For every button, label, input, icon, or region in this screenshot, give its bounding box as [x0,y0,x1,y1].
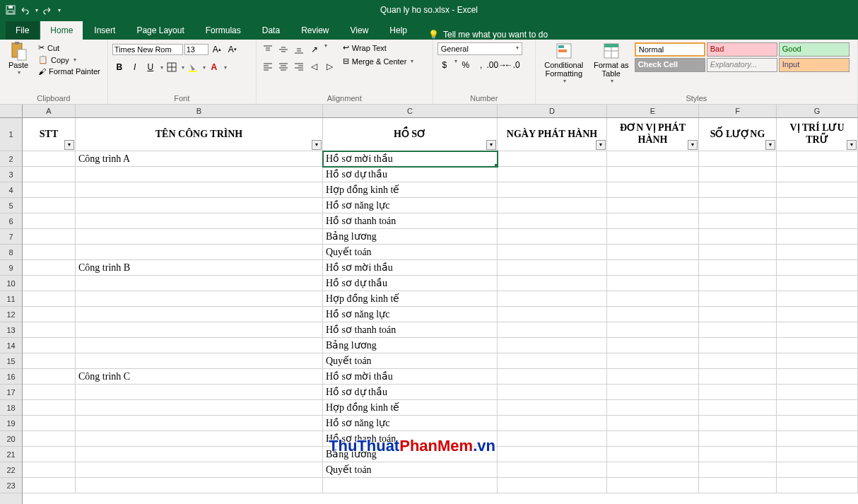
cell-G19[interactable] [777,416,858,431]
cell-G5[interactable] [777,198,858,213]
cell-A2[interactable] [23,151,76,167]
cell-F21[interactable] [699,447,777,462]
cell-D8[interactable] [498,245,607,260]
cell-G22[interactable] [777,462,858,478]
cell-E22[interactable] [607,462,699,478]
cell-C5[interactable]: Hồ sơ năng lực [323,198,498,213]
cell-A4[interactable] [23,182,76,198]
cell-C18[interactable]: Hợp đồng kinh tế [323,400,498,416]
cell-F23[interactable] [699,478,777,493]
tab-data[interactable]: Data [252,21,290,40]
row-header-8[interactable]: 8 [0,245,22,260]
cell-F17[interactable] [699,385,777,400]
row-header-20[interactable]: 20 [0,431,22,447]
column-header-F[interactable]: F [699,105,777,117]
cell-D14[interactable] [498,338,607,353]
decrease-indent-icon[interactable]: ◁ [307,59,322,74]
cell-D12[interactable] [498,307,607,322]
cell-B21[interactable] [76,447,323,462]
align-left-icon[interactable] [261,59,275,74]
underline-dropdown-icon[interactable]: ▾ [160,64,163,71]
increase-indent-icon[interactable]: ▷ [323,59,337,74]
style-normal[interactable]: Normal [635,42,705,57]
undo-dropdown-icon[interactable]: ▾ [35,7,38,13]
cell-E21[interactable] [607,447,699,462]
cell-F14[interactable] [699,338,777,353]
format-as-table-button[interactable]: Format as Table▾ [591,42,632,84]
row-header-12[interactable]: 12 [0,307,22,322]
cell-B12[interactable] [76,307,323,322]
row-header-21[interactable]: 21 [0,447,22,462]
cell-B22[interactable] [76,462,323,478]
cell-D17[interactable] [498,385,607,400]
row-header-15[interactable]: 15 [0,353,22,369]
row-header-1[interactable]: 1 [0,118,22,151]
cell-E6[interactable] [607,213,699,229]
font-name-combo[interactable] [112,44,183,55]
style-check-cell[interactable]: Check Cell [635,58,705,72]
cell-C10[interactable]: Hồ sơ dự thầu [323,276,498,291]
cell-F7[interactable] [699,229,777,245]
align-bottom-icon[interactable] [292,42,306,57]
cell-C19[interactable]: Hồ sơ năng lực [323,416,498,431]
cell-A6[interactable] [23,213,76,229]
cell-A18[interactable] [23,400,76,416]
cell-F20[interactable] [699,431,777,447]
cell-E8[interactable] [607,245,699,260]
cell-B16[interactable]: Công trình C [76,369,323,385]
row-header-19[interactable]: 19 [0,416,22,431]
italic-button[interactable]: I [128,60,142,74]
cell-A13[interactable] [23,322,76,338]
cell-C15[interactable]: Quyết toán [323,353,498,369]
cell-B19[interactable] [76,416,323,431]
cell-D5[interactable] [498,198,607,213]
undo-icon[interactable] [20,5,30,15]
number-format-combo[interactable]: General▾ [437,42,522,55]
orientation-dropdown-icon[interactable]: ▾ [324,42,327,57]
cell-A12[interactable] [23,307,76,322]
cell-D22[interactable] [498,462,607,478]
cell-F6[interactable] [699,213,777,229]
cell-D11[interactable] [498,291,607,307]
row-header-3[interactable]: 3 [0,167,22,182]
cell-B10[interactable] [76,276,323,291]
row-header-23[interactable]: 23 [0,478,22,493]
column-header-A[interactable]: A [23,105,76,117]
cell-A8[interactable] [23,245,76,260]
column-header-D[interactable]: D [498,105,607,117]
qat-customize-icon[interactable]: ▾ [58,7,61,13]
cell-F11[interactable] [699,291,777,307]
cell-F9[interactable] [699,260,777,276]
filter-button-A[interactable]: ▼ [64,140,74,150]
cell-A17[interactable] [23,385,76,400]
borders-button[interactable] [165,60,179,74]
cell-B1[interactable]: TÊN CÔNG TRÌNH▼ [76,118,323,151]
cell-E20[interactable] [607,431,699,447]
tell-me-search[interactable]: 💡 Tell me what you want to do [418,30,558,40]
cell-G17[interactable] [777,385,858,400]
cell-F16[interactable] [699,369,777,385]
cell-A16[interactable] [23,369,76,385]
cell-C1[interactable]: HỒ SƠ▼ [323,118,498,151]
cell-C3[interactable]: Hồ sơ dự thầu [323,167,498,182]
cell-B4[interactable] [76,182,323,198]
cell-B18[interactable] [76,400,323,416]
currency-dropdown-icon[interactable]: ▾ [454,58,457,72]
cell-styles-gallery[interactable]: Normal Bad Good Check Cell Explanatory..… [635,42,821,72]
tab-insert[interactable]: Insert [84,21,125,40]
row-header-18[interactable]: 18 [0,400,22,416]
cell-B23[interactable] [76,478,323,493]
cell-E9[interactable] [607,260,699,276]
cell-G23[interactable] [777,478,858,493]
cell-C6[interactable]: Hồ sơ thanh toán [323,213,498,229]
cell-C11[interactable]: Hợp đồng kinh tế [323,291,498,307]
save-icon[interactable] [6,5,16,15]
cell-G3[interactable] [777,167,858,182]
percent-format-icon[interactable]: % [459,58,473,72]
cell-E4[interactable] [607,182,699,198]
cell-F4[interactable] [699,182,777,198]
cell-B8[interactable] [76,245,323,260]
cell-F10[interactable] [699,276,777,291]
cell-A14[interactable] [23,338,76,353]
cell-G10[interactable] [777,276,858,291]
